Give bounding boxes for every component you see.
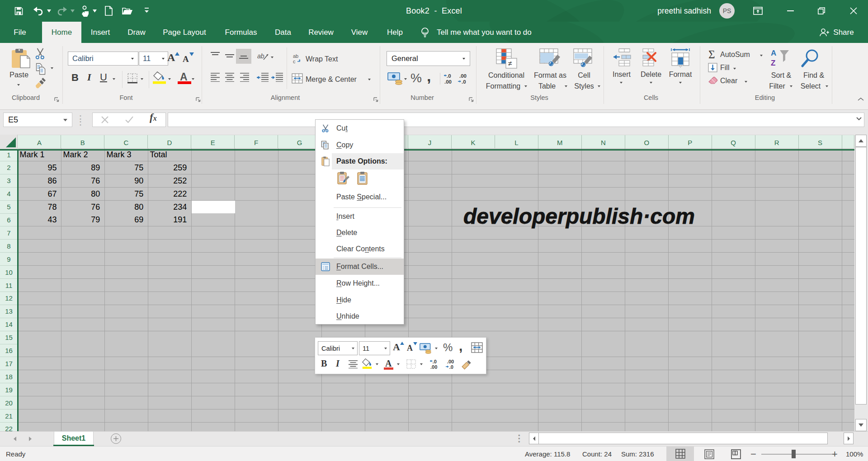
svg-text:ab: ab xyxy=(293,54,298,59)
svg-text:c: c xyxy=(293,59,296,64)
svg-text:.00: .00 xyxy=(447,359,454,364)
svg-text:≠: ≠ xyxy=(508,60,512,67)
svg-text:.0: .0 xyxy=(447,73,451,79)
svg-text:.0: .0 xyxy=(462,79,466,85)
svg-text:.0: .0 xyxy=(449,364,453,370)
svg-text:A: A xyxy=(771,49,776,57)
svg-text:ab: ab xyxy=(257,52,264,60)
svg-text:.00: .00 xyxy=(430,364,437,370)
svg-text:Z: Z xyxy=(771,59,775,67)
svg-text:.00: .00 xyxy=(444,79,452,85)
svg-text:.00: .00 xyxy=(459,73,467,79)
svg-text:.0: .0 xyxy=(433,359,437,364)
